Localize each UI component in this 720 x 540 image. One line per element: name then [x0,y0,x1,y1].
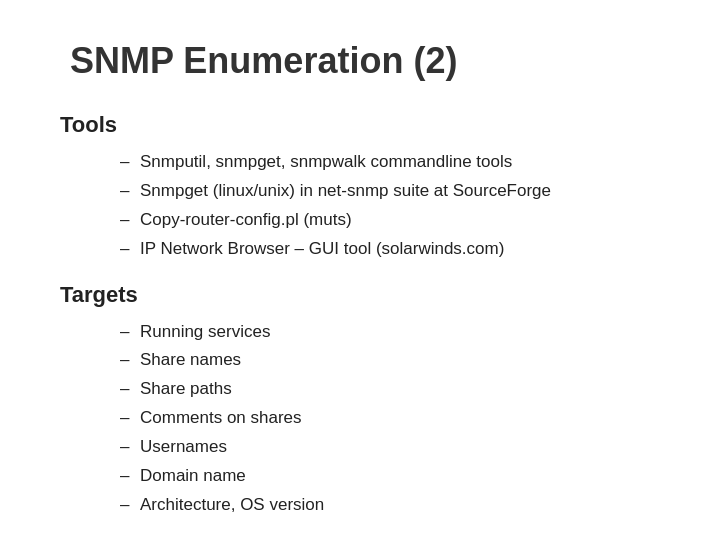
slide: SNMP Enumeration (2) Tools Snmputil, snm… [0,0,720,540]
list-item: Running services [120,318,660,347]
list-item: Share paths [120,375,660,404]
tools-heading: Tools [60,112,660,138]
list-item: Architecture, OS version [120,491,660,520]
targets-heading: Targets [60,282,660,308]
tools-list: Snmputil, snmpget, snmpwalk commandline … [60,148,660,264]
list-item: Snmpget (linux/unix) in net-snmp suite a… [120,177,660,206]
list-item: Copy-router-config.pl (muts) [120,206,660,235]
list-item: Domain name [120,462,660,491]
targets-section: Targets Running servicesShare namesShare… [60,282,660,520]
slide-title: SNMP Enumeration (2) [70,40,660,82]
tools-section: Tools Snmputil, snmpget, snmpwalk comman… [60,112,660,264]
list-item: IP Network Browser – GUI tool (solarwind… [120,235,660,264]
targets-list: Running servicesShare namesShare pathsCo… [60,318,660,520]
list-item: Share names [120,346,660,375]
list-item: Comments on shares [120,404,660,433]
list-item: Usernames [120,433,660,462]
list-item: Snmputil, snmpget, snmpwalk commandline … [120,148,660,177]
